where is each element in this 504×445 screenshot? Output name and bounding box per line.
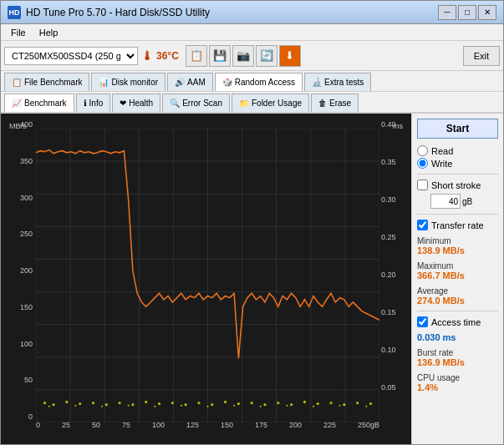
svg-point-54 [233, 405, 235, 407]
menu-file[interactable]: File [4, 26, 33, 39]
toolbar-icon-3[interactable]: 📷 [232, 45, 254, 67]
svg-point-21 [43, 402, 46, 404]
tab-aam[interactable]: 🔊 AAM [167, 73, 213, 91]
toolbar-icon-2[interactable]: 💾 [209, 45, 231, 67]
extra-tests-icon: 🔬 [312, 78, 322, 87]
window-controls: ─ □ ✕ [438, 5, 496, 20]
tab-benchmark[interactable]: 📈 Benchmark [4, 94, 74, 112]
svg-point-43 [329, 402, 332, 404]
svg-point-32 [185, 403, 187, 406]
tabs-row1: 📋 File Benchmark 📊 Disk monitor 🔊 AAM 🎲 … [1, 71, 503, 92]
toolbar-icon-1[interactable]: 📋 [186, 45, 207, 67]
toolbar: CT250MX500SSD4 (250 gB) 🌡 36°C 📋 💾 📷 🔄 ⬇… [1, 41, 503, 71]
svg-point-24 [79, 402, 81, 405]
minimum-label: Minimum [417, 236, 451, 245]
exit-button[interactable]: Exit [463, 46, 500, 66]
transfer-rate-checkbox-label[interactable]: Transfer rate [417, 220, 498, 230]
maximum-value: 366.7 MB/s [417, 271, 498, 281]
minimize-button[interactable]: ─ [438, 5, 456, 20]
write-radio[interactable] [417, 158, 428, 169]
transfer-rate-checkbox[interactable] [417, 220, 428, 230]
svg-point-57 [313, 406, 314, 407]
x-label-150: 150 [221, 421, 233, 429]
tab-erase[interactable]: 🗑 Erase [311, 94, 359, 112]
cpu-usage-label: CPU usage [417, 373, 460, 382]
random-access-label: Random Access [235, 78, 295, 87]
tab-disk-monitor[interactable]: 📊 Disk monitor [91, 73, 165, 91]
toolbar-icon-4[interactable]: 🔄 [256, 45, 277, 67]
erase-label: Erase [329, 99, 351, 108]
tab-info[interactable]: ℹ Info [76, 94, 111, 112]
benchmark-label: Benchmark [24, 99, 67, 108]
health-icon: ❤ [120, 99, 126, 108]
x-label-250: 250gB [358, 421, 379, 429]
svg-point-39 [277, 402, 279, 404]
average-value: 274.0 MB/s [417, 296, 498, 306]
average-section: Average 274.0 MB/s [417, 286, 498, 306]
short-stroke-checkbox[interactable] [417, 180, 428, 190]
stroke-input-row: gB [430, 194, 498, 209]
info-label: Info [89, 99, 104, 108]
disk-selector[interactable]: CT250MX500SSD4 (250 gB) [4, 47, 138, 65]
x-label-225: 225 [323, 421, 336, 429]
access-time-checkbox-label[interactable]: Access time [417, 316, 498, 327]
svg-point-42 [317, 402, 319, 405]
write-label: Write [431, 159, 452, 169]
svg-point-44 [343, 403, 345, 406]
read-radio[interactable] [417, 145, 428, 156]
svg-point-28 [131, 403, 134, 406]
read-radio-label[interactable]: Read [417, 145, 498, 156]
folder-usage-icon: 📁 [239, 99, 249, 108]
tab-random-access[interactable]: 🎲 Random Access [215, 73, 303, 91]
svg-point-31 [171, 402, 174, 404]
tab-folder-usage[interactable]: 📁 Folder Usage [232, 94, 309, 112]
stroke-value-input[interactable] [430, 194, 461, 209]
svg-point-25 [92, 402, 94, 404]
random-access-icon: 🎲 [222, 78, 232, 87]
y-left-200: 200 [20, 266, 33, 275]
start-button[interactable]: Start [417, 119, 498, 139]
y-left-100: 100 [20, 340, 33, 348]
y-right-010: 0.10 [381, 346, 396, 354]
svg-point-55 [260, 406, 262, 407]
menu-help[interactable]: Help [33, 26, 65, 39]
access-time-value-section: 0.030 ms [417, 332, 498, 342]
x-label-50: 50 [92, 421, 100, 429]
toolbar-icons: 📋 💾 📷 🔄 ⬇ [186, 45, 301, 67]
main-content: MB/s ms 400 350 300 250 200 150 100 50 0 [1, 114, 503, 444]
tabs-row2: 📈 Benchmark ℹ Info ❤ Health 🔍 Error Scan… [1, 92, 503, 114]
y-left-400: 400 [20, 120, 33, 129]
transfer-rate-label: Transfer rate [431, 220, 484, 230]
short-stroke-checkbox-label[interactable]: Short stroke [417, 180, 498, 190]
write-radio-label[interactable]: Write [417, 158, 498, 169]
svg-point-45 [356, 402, 359, 404]
chart-area: MB/s ms 400 350 300 250 200 150 100 50 0 [1, 114, 411, 444]
close-button[interactable]: ✕ [478, 5, 496, 20]
access-time-checkbox[interactable] [417, 316, 428, 327]
svg-point-33 [197, 402, 200, 404]
maximize-button[interactable]: □ [458, 5, 476, 20]
y-left-0: 0 [28, 412, 33, 421]
health-label: Health [129, 99, 153, 108]
y-left-250: 250 [20, 230, 33, 238]
tab-error-scan[interactable]: 🔍 Error Scan [162, 94, 230, 112]
burst-rate-label: Burst rate [417, 348, 453, 357]
tab-extra-tests[interactable]: 🔬 Extra tests [304, 73, 371, 91]
burst-rate-section: Burst rate 136.9 MB/s [417, 347, 498, 367]
minimum-value: 138.9 MB/s [417, 245, 498, 255]
divider-3 [417, 311, 498, 311]
svg-point-36 [237, 402, 240, 405]
stroke-unit: gB [462, 197, 472, 206]
folder-usage-label: Folder Usage [252, 99, 302, 108]
aam-icon: 🔊 [175, 78, 185, 87]
extra-tests-label: Extra tests [324, 78, 364, 87]
chart-inner: MB/s ms 400 350 300 250 200 150 100 50 0 [8, 120, 405, 437]
burst-rate-value: 136.9 MB/s [417, 357, 498, 367]
maximum-section: Maximum 366.7 MB/s [417, 260, 498, 281]
y-left-350: 350 [20, 157, 33, 165]
tab-health[interactable]: ❤ Health [112, 94, 160, 112]
tab-file-benchmark[interactable]: 📋 File Benchmark [4, 73, 89, 91]
svg-point-46 [369, 402, 372, 405]
x-label-75: 75 [122, 421, 130, 429]
toolbar-icon-5[interactable]: ⬇ [279, 45, 301, 67]
